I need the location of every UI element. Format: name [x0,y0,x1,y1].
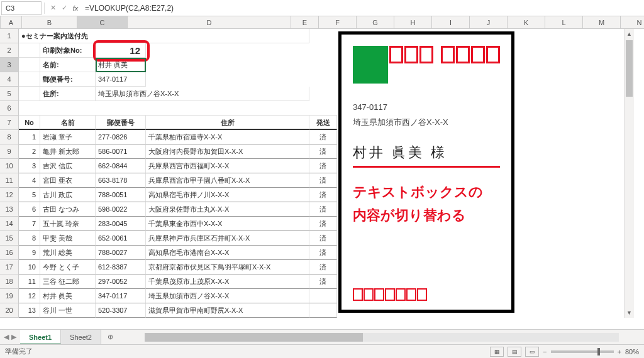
td-no[interactable]: 11 [19,274,40,289]
zoom-slider[interactable] [551,350,614,353]
row-header-9[interactable]: 9 [0,144,19,159]
td-name[interactable]: 吉沢 信広 [40,159,96,173]
zoom-level[interactable]: 80% [625,348,639,355]
cell[interactable] [19,101,337,116]
row-header-3[interactable]: 3 [0,58,19,72]
td-sent[interactable]: 済 [309,260,337,274]
td-sent[interactable]: 済 [309,188,337,202]
row-header-20[interactable]: 20 [0,303,19,318]
td-postcode[interactable]: 662-0844 [96,159,146,173]
col-header-M[interactable]: M [583,16,621,28]
td-address[interactable]: 千葉県茂原市上茂原X-X-X [146,274,309,289]
col-header-C[interactable]: C [77,16,128,28]
col-header-D[interactable]: D [128,16,291,28]
td-name[interactable]: 今野 とく子 [40,260,96,274]
table-row[interactable]: 4宮田 亜衣663-8178兵庫県西宮市甲子園八番町X-X-X済 [19,173,644,188]
col-header-N[interactable]: N [621,16,644,28]
td-no[interactable]: 6 [19,202,40,217]
fx-icon[interactable]: fx [70,4,81,12]
horizontal-scrollbar[interactable] [145,333,619,342]
row-header-2[interactable]: 2 [0,43,19,58]
td-address[interactable]: 大阪府河内長野市加賀田X-X-X [146,144,309,159]
table-row[interactable]: 6古田 なつみ598-0022大阪府泉佐野市土丸X-X-X済 [19,202,644,217]
row-header-19[interactable]: 19 [0,289,19,303]
page-layout-view-icon[interactable]: ▤ [508,347,521,357]
td-postcode[interactable]: 347-0117 [96,289,146,303]
row-header-10[interactable]: 10 [0,159,19,173]
vertical-scrollbar[interactable]: ▲ ▼ [624,29,634,318]
td-name[interactable]: 岩瀬 章子 [40,130,96,144]
td-address[interactable]: 千葉県柏市宿連寺X-X-X [146,130,309,144]
row-header-8[interactable]: 8 [0,130,19,144]
zoom-out-button[interactable]: − [543,348,547,355]
td-sent[interactable]: 済 [309,173,337,188]
td-address[interactable]: 京都府京都市伏見区下鳥羽平塚町X-X-X [146,260,309,274]
td-no[interactable]: 2 [19,144,40,159]
scroll-down-icon[interactable]: ▼ [625,308,634,318]
td-sent[interactable]: 済 [309,246,337,260]
td-address[interactable]: 滋賀県甲賀市甲南町野尻X-X-X [146,303,309,318]
td-name[interactable]: 荒川 総美 [40,246,96,260]
td-no[interactable]: 4 [19,173,40,188]
col-header-I[interactable]: I [432,16,470,28]
td-address[interactable]: 兵庫県西宮市西福町X-X-X [146,159,309,173]
table-row[interactable]: 13谷川 一世520-3307滋賀県甲賀市甲南町野尻X-X-X [19,303,644,318]
row-header-11[interactable]: 11 [0,173,19,188]
cell[interactable] [19,87,40,101]
table-row[interactable]: 1岩瀬 章子277-0826千葉県柏市宿連寺X-X-X済 [19,130,644,144]
td-postcode[interactable]: 612-8387 [96,260,146,274]
td-no[interactable]: 10 [19,260,40,274]
td-address[interactable]: 埼玉県加須市西ノ谷X-X-X [146,289,309,303]
cell[interactable] [19,43,40,58]
td-sent[interactable]: 済 [309,217,337,231]
scroll-thumb[interactable] [145,333,363,342]
td-postcode[interactable]: 652-0061 [96,231,146,246]
cells[interactable]: ●セミナー案内送付先 印刷対象No: 12 名前: 村井 眞美 郵便番号: 34… [19,29,644,318]
scroll-thumb[interactable] [626,40,633,97]
table-row[interactable]: 10今野 とく子612-8387京都府京都市伏見区下鳥羽平塚町X-X-X済 [19,260,644,274]
td-postcode[interactable]: 586-0071 [96,144,146,159]
td-postcode[interactable]: 297-0052 [96,274,146,289]
scroll-up-icon[interactable]: ▲ [625,29,634,39]
col-header-H[interactable]: H [394,16,432,28]
row-header-16[interactable]: 16 [0,246,19,260]
row-header-6[interactable]: 6 [0,101,19,116]
print-no-value[interactable]: 12 [96,43,146,58]
cell[interactable] [19,72,40,87]
td-no[interactable]: 13 [19,303,40,318]
td-sent[interactable] [309,289,337,303]
table-row[interactable]: 12村井 眞美347-0117埼玉県加須市西ノ谷X-X-X [19,289,644,303]
add-sheet-button[interactable]: ⊕ [101,333,119,341]
td-postcode[interactable]: 520-3307 [96,303,146,318]
td-no[interactable]: 5 [19,188,40,202]
table-row[interactable]: 5古川 政広788-0051高知県宿毛市押ノ川X-X-X済 [19,188,644,202]
col-header-F[interactable]: F [319,16,357,28]
td-address[interactable]: 大阪府泉佐野市土丸X-X-X [146,202,309,217]
page-break-view-icon[interactable]: ▭ [525,347,539,357]
chevron-right-icon[interactable]: ▶ [11,333,16,341]
tab-sheet1[interactable]: Sheet1 [20,330,61,345]
row-header-1[interactable]: 1 [0,29,19,43]
table-row[interactable]: 7五十嵐 玲奈283-0045千葉県東金市西中X-X-X済 [19,217,644,231]
td-sent[interactable]: 済 [309,231,337,246]
row-header-18[interactable]: 18 [0,274,19,289]
col-header-L[interactable]: L [545,16,583,28]
td-address[interactable]: 高知県宿毛市港南台X-X-X [146,246,309,260]
td-name[interactable]: 甲斐 美哉 [40,231,96,246]
name-value[interactable]: 村井 眞美 [96,58,146,72]
col-header-A[interactable]: A [1,16,22,28]
td-postcode[interactable]: 277-0826 [96,130,146,144]
td-name[interactable]: 亀井 新太郎 [40,144,96,159]
td-name[interactable]: 宮田 亜衣 [40,173,96,188]
td-name[interactable]: 古川 政広 [40,188,96,202]
td-sent[interactable]: 済 [309,144,337,159]
tab-sheet2[interactable]: Sheet2 [61,330,101,345]
td-sent[interactable]: 済 [309,202,337,217]
td-postcode[interactable]: 283-0045 [96,217,146,231]
postcode-value[interactable]: 347-0117 [96,72,146,87]
row-header-13[interactable]: 13 [0,202,19,217]
table-row[interactable]: 11三谷 征二郎297-0052千葉県茂原市上茂原X-X-X済 [19,274,644,289]
td-no[interactable]: 12 [19,289,40,303]
table-row[interactable]: 3吉沢 信広662-0844兵庫県西宮市西福町X-X-X済 [19,159,644,173]
col-header-E[interactable]: E [291,16,319,28]
